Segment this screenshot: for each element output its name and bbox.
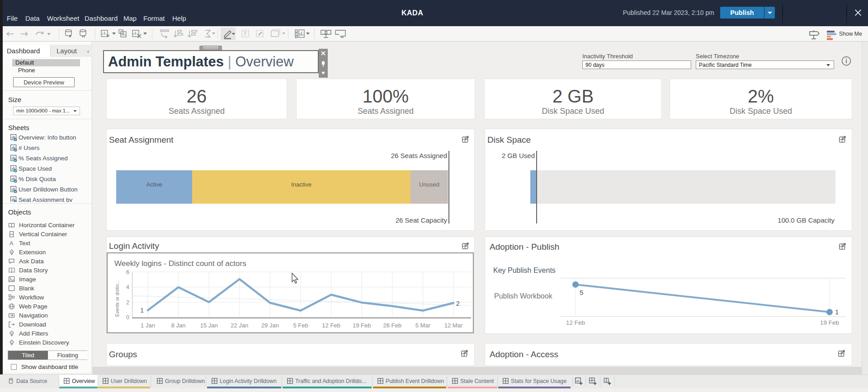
svg-text:29 Jan: 29 Jan (261, 322, 279, 329)
svg-text:5 Feb: 5 Feb (293, 322, 308, 329)
svg-text:26 Feb: 26 Feb (383, 322, 401, 329)
svg-text:8 Jan: 8 Jan (171, 322, 186, 329)
svg-text:1: 1 (835, 308, 839, 316)
svg-text:5: 5 (580, 289, 583, 296)
svg-text:1 Jan: 1 Jan (141, 322, 155, 329)
svg-text:4: 4 (126, 284, 129, 290)
svg-text:2: 2 (456, 300, 460, 307)
svg-text:0: 0 (126, 314, 129, 321)
svg-text:6: 6 (126, 269, 129, 275)
svg-text:Show Me: Show Me (839, 31, 862, 37)
svg-text:12 Mar: 12 Mar (444, 322, 463, 329)
svg-text:A: A (9, 240, 14, 247)
svg-text:19 Feb: 19 Feb (353, 322, 371, 329)
svg-text:12 Feb: 12 Feb (322, 322, 340, 329)
svg-text:19 Feb: 19 Feb (820, 319, 839, 326)
svg-text:15 Jan: 15 Jan (200, 322, 218, 329)
svg-text:T: T (244, 31, 247, 37)
svg-text:1: 1 (140, 307, 144, 314)
svg-text:12 Feb: 12 Feb (566, 319, 585, 326)
svg-text:22 Jan: 22 Jan (231, 322, 248, 329)
svg-text:5 Mar: 5 Mar (415, 322, 431, 329)
svg-text:2: 2 (126, 299, 129, 306)
svg-text:Events or distin...: Events or distin... (114, 280, 120, 317)
